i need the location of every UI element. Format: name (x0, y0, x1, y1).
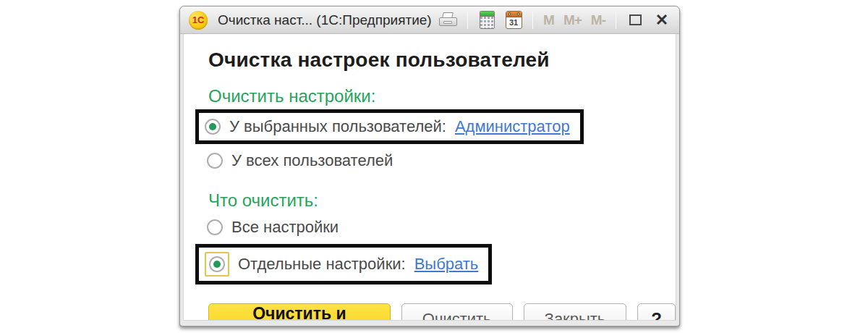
radio-focus-frame (205, 252, 229, 277)
toolbar-separator (467, 12, 468, 29)
window-title: Очистка наст... (1С:Предприятие) (218, 12, 432, 28)
section-label-what-to-clear: Что очистить: (208, 190, 676, 211)
calendar-icon: 31 (506, 11, 522, 29)
radio-button-all-settings[interactable] (207, 219, 223, 235)
radio-button-selected-users[interactable] (205, 119, 221, 135)
radio-option-individual-settings[interactable]: Отдельные настройки: Выбрать (205, 252, 478, 277)
highlight-box-selected-users: У выбранных пользователей: Администратор (195, 109, 584, 144)
radio-option-all-settings[interactable]: Все настройки (207, 218, 676, 237)
maximize-icon (629, 14, 642, 25)
help-button[interactable]: ? (637, 303, 676, 321)
close-dialog-button[interactable]: Закрыть (524, 303, 627, 321)
radio-label: У всех пользователей (231, 151, 393, 170)
user-link-administrator[interactable]: Администратор (455, 117, 570, 136)
clear-and-close-button[interactable]: Очистить и закрыть (208, 303, 391, 321)
maximize-button[interactable] (625, 10, 645, 30)
page-title: Очистка настроек пользователей (208, 49, 676, 72)
radio-button-individual-settings[interactable] (209, 256, 225, 272)
toolbar-separator (532, 12, 533, 29)
calculator-button[interactable] (477, 10, 497, 30)
radio-label: Отдельные настройки: (238, 255, 406, 274)
section-label-clear-settings: Очистить настройки: (208, 86, 676, 106)
memory-m-button[interactable]: M (542, 12, 556, 28)
radio-option-all-users[interactable]: У всех пользователей (207, 151, 676, 170)
radio-label: У выбранных пользователей: (229, 117, 446, 136)
close-button[interactable]: ✕ (652, 10, 672, 30)
highlight-box-individual-settings: Отдельные настройки: Выбрать (195, 244, 492, 284)
printer-icon (439, 12, 458, 28)
radio-button-all-users[interactable] (207, 153, 223, 169)
radio-option-selected-users[interactable]: У выбранных пользователей: Администратор (205, 117, 570, 136)
close-icon: ✕ (654, 12, 670, 28)
calendar-day-label: 31 (506, 18, 522, 27)
clear-button[interactable]: Очистить (401, 303, 513, 321)
dialog-window: 1С Очистка наст... (1С:Предприятие) 31 (179, 6, 680, 326)
calculator-icon (480, 11, 495, 29)
calendar-button[interactable]: 31 (503, 10, 524, 30)
toolbar-separator (616, 12, 616, 29)
radio-label: Все настройки (231, 218, 339, 237)
print-button[interactable] (438, 10, 459, 30)
choose-settings-link[interactable]: Выбрать (414, 255, 479, 274)
dialog-content: Очистка настроек пользователей Очистить … (183, 34, 676, 321)
button-row: Очистить и закрыть Очистить Закрыть ? (208, 303, 676, 321)
title-bar[interactable]: 1С Очистка наст... (1С:Предприятие) 31 (180, 7, 679, 34)
memory-m-plus-button[interactable]: M+ (562, 12, 583, 28)
memory-m-minus-button[interactable]: M- (590, 12, 607, 28)
1c-logo-icon: 1С (189, 11, 208, 30)
